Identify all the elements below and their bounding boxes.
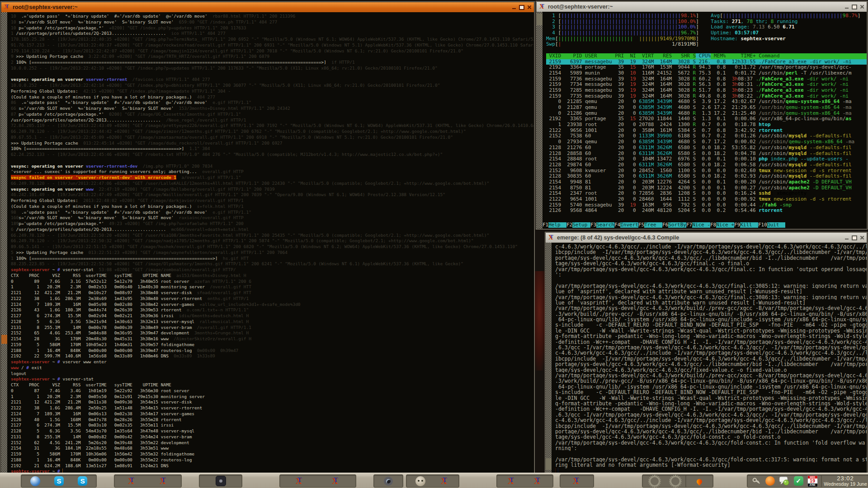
terminal-text-segment: ||||||||||||||||||||||||||||||||||||||| [561,19,678,24]
titlebar[interactable]: XT emerge: (8 of 42) sys-devel/gcc-4.6.3… [546,233,867,243]
gear-icon[interactable] [670,476,681,487]
terminal-line: 3 [|||||||||||||||||||||||||||||||||||||… [546,24,867,30]
maximize-button[interactable] [851,4,857,9]
terminal-line: █ [555,468,867,473]
taskbar-panel [373,474,403,488]
fkey-label[interactable]: Tree [644,222,662,228]
close-button[interactable] [526,5,532,10]
fkey-f6[interactable]: F6 [662,222,668,228]
terminal-text-segment: mysqld [788,145,807,150]
key-icon[interactable] [751,476,761,486]
terminal-text-segment: 0.7 0.0 0:18.78 [696,122,759,127]
fkey-label[interactable]: Quit [767,222,785,228]
terminal-text-segment: _64-pc-linux-gnu/lib/ -isystem /usr/x86_… [555,317,867,322]
gimp-icon[interactable] [415,476,425,486]
fkey-f2[interactable]: F2 [566,222,572,228]
terminal-text-segment: ~ [50,376,57,381]
fkey-f4[interactable]: F4 [614,222,620,228]
fkey-label[interactable]: SortBy [668,222,686,228]
flame-icon[interactable] [696,478,703,486]
terminal-text-segment: 8.7% [845,13,858,19]
terminal-text-segment: 3 [546,24,558,30]
xterm-icon[interactable]: XT [331,476,341,486]
fkey-f5[interactable]: F5 [638,222,644,228]
minimize-button[interactable] [511,5,517,10]
fkey-f3[interactable]: F3 [590,222,596,228]
minimize-button[interactable] [844,235,849,240]
skypecheck-icon[interactable]: ✓ [794,476,803,486]
xterm-icon[interactable]: XT [127,476,137,486]
terminal-text-segment: 153/3months+Disney.html HTTP/1.1" 200 24… [174,106,290,111]
xterm-icon[interactable]: XT [507,476,517,486]
terminal-text-segment: 100% [==================================… [16,60,326,65]
terminal-line: logout [11,371,534,377]
scrollbar[interactable] [537,12,542,229]
titlebar[interactable]: XT root@sephtex-vserver:~ [1,2,534,12]
terminal-text-segment: 3h [732,94,738,99]
chromium-icon[interactable] [30,476,40,486]
terminal-text-segment: /usr/sbin/ [759,179,788,185]
fkey-label[interactable]: Invert [620,222,638,228]
terminal-line: 72.84.205.119 - - [19/Jun/2013:22:43:49 … [11,123,534,129]
scrollbar-thumb[interactable] [537,14,542,25]
terminal-text-segment: portage/sys-devel/gcc-4.6.3/work/gcc-4.6… [555,429,867,434]
gear-icon[interactable] [649,476,660,487]
fkey-label[interactable]: Nice - [692,222,710,228]
maximize-button[interactable] [519,5,524,10]
minimize-button[interactable] [844,4,849,9]
scrollbar[interactable] [1,12,7,473]
terminal-content[interactable]: 10 .='update pass' *='binary update' #='… [7,12,534,473]
scrollbar-thumb[interactable] [546,458,552,470]
fkey-f8[interactable]: F8 [710,222,716,228]
terminal-text-segment: /usr/sbin/ [759,185,788,191]
terminal-line: 88.235.223.85 - - [19/Jun/2013:22:52:50 … [11,261,534,267]
skype-icon[interactable]: S [78,476,87,486]
terminal-line: g-format-attribute -pedantic -Wno-long-l… [555,401,867,406]
fkey-label[interactable]: Search [596,222,614,228]
close-button[interactable] [859,235,865,240]
terminal-line: 9 >>> Updating Portage cache 3:22:42:09 … [11,54,534,60]
xterm-icon[interactable]: XT [440,476,450,486]
terminal-text-segment: 5 [11,250,16,255]
scrollbar[interactable] [546,243,552,473]
darkapp-icon[interactable] [216,476,226,486]
fkey-label[interactable]: Setup [572,222,590,228]
desktop: { "colors":{"active_titlebar":"#d26410",… [0,0,868,488]
terminal-text-segment: 2154 8750 81 20 0 203M 12224 4200 S 0.0 … [546,185,759,191]
chat-icon[interactable] [779,476,790,486]
maximize-button[interactable] [851,235,857,240]
fkey-f9[interactable]: F9 [734,222,740,228]
fkey-f1[interactable]: F1 [542,222,548,228]
terminal-text-segment: 66.249.78.120 - - [19/Jun/2013:22:50:20 … [11,233,489,238]
orangeball-icon[interactable] [765,476,775,486]
htop-function-bar[interactable]: F1Help F2Setup F3SearchF4InvertF5Tree F6… [542,222,867,228]
emerge-content[interactable]: c-4.6.3/work/gcc-4.6.3/gcc/../include -I… [552,243,867,473]
terminal-line: 1 1 20.2M 2.3M 0m05s50 0m12s91 29m15s30 … [11,394,534,400]
skype-icon[interactable]: S [54,476,64,486]
htop-content[interactable]: 1 [|||||||||||||||||||||||||||||||||||||… [542,12,867,229]
xterm-icon[interactable]: XT [533,476,543,486]
xterm-icon[interactable]: XT [295,476,305,486]
taskbar: 23:02 Wednesday 19 June SSXTXTXTXTXTXTXT… [0,473,868,488]
calendar-icon[interactable]: WED19JUNE [807,475,818,487]
scrollbar-thumb[interactable] [1,335,7,344]
terminal-text-segment: Avg [711,13,720,19]
fkey-label[interactable]: Nice + [716,222,734,228]
clock[interactable]: 23:02 Wednesday 19 June [819,474,868,488]
fkey-label[interactable]: Kill [740,222,758,228]
terminal-text-segment: -dir work/ -ni [804,76,849,82]
terminal-line [555,277,867,283]
fkey-f10[interactable]: F10 [758,222,767,228]
close-button[interactable] [859,4,865,9]
camera-icon[interactable] [384,477,393,486]
terminal-line: 2122 9656 1001 20 0 358M 161M 5384 S 0.7… [546,128,867,134]
xterm-icon[interactable]: XT [159,476,169,486]
terminal-text-segment: 2121 12 421.2M 21.2M 0m10s27 0m08s97 3h3… [11,290,192,295]
fkey-f7[interactable]: F7 [686,222,692,228]
terminal-text-segment: [ [555,36,558,42]
fkey-label[interactable]: Help [548,222,566,228]
terminal-text-segment: FahCore_a3.exe [762,76,804,82]
xterm-icon[interactable]: XT [572,476,582,486]
taskbar-panel: XTXT [279,474,356,488]
titlebar[interactable]: XT root@sephtex-vserver:~ [537,2,867,12]
